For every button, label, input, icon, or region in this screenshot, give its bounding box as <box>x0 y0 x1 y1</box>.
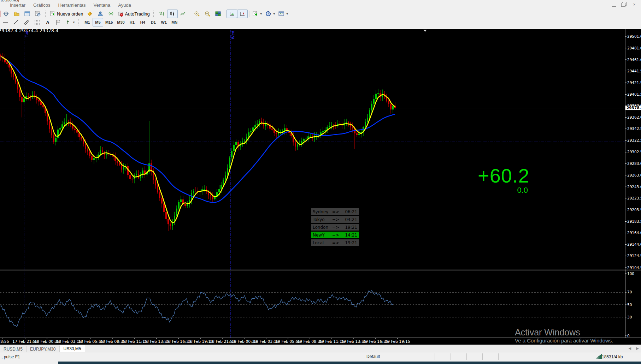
profit-display: +60.2 0.0 <box>478 166 528 194</box>
autotrading-icon <box>118 11 123 17</box>
horizontal-line-tool[interactable] <box>0 18 11 26</box>
timeframe-label: H1 <box>129 20 135 24</box>
session-row-local: Local=>19:21 <box>311 239 359 246</box>
timeframe-label: M5 <box>94 20 101 24</box>
candlestick-chart-button[interactable] <box>167 10 178 18</box>
chart-tab-eurjpy-m30[interactable]: EURJPY,M30 <box>27 346 59 352</box>
bar-chart-button[interactable] <box>157 10 167 18</box>
line-chart-button[interactable] <box>178 10 188 18</box>
metaeditor-button[interactable] <box>95 10 106 18</box>
status-cell <box>451 353 467 360</box>
timeframe-label: D1 <box>150 20 157 24</box>
svg-text:29481.0: 29481.0 <box>627 46 641 50</box>
timeframe-label: M15 <box>105 20 113 24</box>
chart-tab-rusd-m5[interactable]: RUSD,M5 <box>0 346 27 352</box>
autotrading-button[interactable]: AutoTrading <box>116 10 151 18</box>
timeframe-m15[interactable]: M15 <box>103 18 115 26</box>
timeframe-d1[interactable]: D1 <box>148 18 159 26</box>
day-label: Wed <box>231 31 235 39</box>
svg-text:29342.5: 29342.5 <box>627 126 641 131</box>
profit-sub: 0.0 <box>478 186 528 194</box>
nueva-orden-button[interactable]: Nueva orden <box>48 10 84 18</box>
svg-text:29378.4: 29378.4 <box>627 106 641 110</box>
watermark-subtitle: Ve a Configuración para activar Windows. <box>515 338 613 344</box>
timeframe-m30[interactable]: M30 <box>115 18 127 26</box>
trendline-tool[interactable] <box>11 18 21 26</box>
chart-shift-button[interactable] <box>237 10 248 18</box>
menu-item-herramientas[interactable]: Herramientas <box>58 2 86 8</box>
session-row-london: London=>19:21 <box>311 224 359 231</box>
dropdown-arrow-icon: ▼ <box>286 12 289 16</box>
timeframe-w1[interactable]: W1 <box>159 18 169 26</box>
svg-text:29302.5: 29302.5 <box>627 150 641 154</box>
timeframe-m1[interactable]: M1 <box>82 18 93 26</box>
svg-text:29223.5: 29223.5 <box>627 196 641 200</box>
templates-button[interactable]: ▼ <box>277 10 290 18</box>
minimize-button[interactable] <box>612 3 616 7</box>
autotrading-label: AutoTrading <box>125 11 149 17</box>
timeframe-h4[interactable]: H4 <box>137 18 148 26</box>
profit-main: +60.2 <box>478 166 528 186</box>
session-row-tokyo: Tokyo=>04:21 <box>311 216 359 223</box>
timeframe-h1[interactable]: H1 <box>127 18 137 26</box>
line-studies-toolbar: A T ▼ M1M5M15M30H1H4D1W1MN <box>0 18 641 26</box>
svg-text:70: 70 <box>627 290 632 294</box>
metaquotes-button[interactable] <box>84 10 95 18</box>
dropdown-arrow-icon: ▼ <box>273 12 276 16</box>
crosshair-button[interactable] <box>1 10 11 18</box>
menu-item-gráficos[interactable]: Gráficos <box>33 2 50 8</box>
chart-tab-us30-m5[interactable]: US30,M5 <box>60 345 85 352</box>
text-tool[interactable]: A <box>42 18 53 26</box>
auto-scroll-button[interactable] <box>227 10 237 18</box>
new-order-icon <box>50 11 55 17</box>
menu-item-ventana[interactable]: Ventana <box>94 2 111 8</box>
tab-scroll-right[interactable]: ▶ <box>636 346 639 350</box>
status-profile[interactable]: Default <box>364 353 416 360</box>
svg-text:100: 100 <box>627 271 634 276</box>
time-label: 19 Feb 19:15 <box>385 339 410 344</box>
toolbar-grip <box>78 19 81 25</box>
chart-canvas[interactable]: TueWed29501.029481.029461.029441.529421.… <box>0 26 641 345</box>
svg-text:29243.0: 29243.0 <box>627 185 641 189</box>
periods-button[interactable]: ▼ <box>264 10 277 18</box>
svg-text:29263.0: 29263.0 <box>627 173 641 177</box>
dropdown-arrow-icon: ▼ <box>260 12 263 16</box>
svg-text:29421.5: 29421.5 <box>627 80 641 85</box>
arrows-tool[interactable]: ▼ <box>64 18 77 26</box>
channel-tool[interactable] <box>21 18 32 26</box>
timeframe-label: MN <box>171 20 178 24</box>
timeframe-label: M30 <box>116 20 125 24</box>
signals-button[interactable] <box>106 10 116 18</box>
menu-item-insertar[interactable]: Insertar <box>10 2 25 8</box>
close-button[interactable]: × <box>630 2 638 7</box>
timeframe-label: H4 <box>140 20 146 24</box>
menu-items: InsertarGráficosHerramientasVentanaAyuda <box>10 2 131 8</box>
timeframe-label: W1 <box>160 20 167 24</box>
standard-toolbar: Nueva orden AutoTrading ▼ ▼ ▼ <box>0 10 641 18</box>
menu-item-ayuda[interactable]: Ayuda <box>118 2 131 8</box>
label-tool[interactable]: T <box>53 18 64 26</box>
svg-text:29124.5: 29124.5 <box>627 253 641 258</box>
fibonacci-tool[interactable] <box>32 18 42 26</box>
chart-area[interactable]: TueWed29501.029481.029461.029441.529421.… <box>0 26 641 345</box>
session-row-newy: NewY=>14:21 <box>311 232 359 238</box>
chart-tabs: RUSD,M5EURJPY,M30US30,M5 <box>0 345 85 352</box>
zoom-out-button[interactable] <box>202 10 213 18</box>
profiles-button[interactable] <box>11 10 22 18</box>
svg-text:29401.5: 29401.5 <box>627 92 641 96</box>
market-watch-button[interactable] <box>22 10 33 18</box>
timeframe-mn[interactable]: MN <box>169 18 180 26</box>
toolbar-separator <box>249 11 249 17</box>
timeframe-label: M1 <box>84 20 90 24</box>
svg-text:29203.5: 29203.5 <box>627 208 641 212</box>
connection-signal-icon <box>596 354 602 359</box>
data-window-button[interactable] <box>33 10 43 18</box>
tile-windows-button[interactable] <box>213 10 223 18</box>
timeframe-m5[interactable]: M5 <box>93 18 103 26</box>
tab-scroll-left[interactable]: ◀ <box>629 346 631 350</box>
restore-button[interactable] <box>621 3 625 7</box>
dropdown-arrow-icon: ▼ <box>72 21 75 24</box>
indicators-button[interactable]: ▼ <box>251 10 264 18</box>
text-tool-label: A <box>46 20 49 25</box>
zoom-in-button[interactable] <box>192 10 202 18</box>
